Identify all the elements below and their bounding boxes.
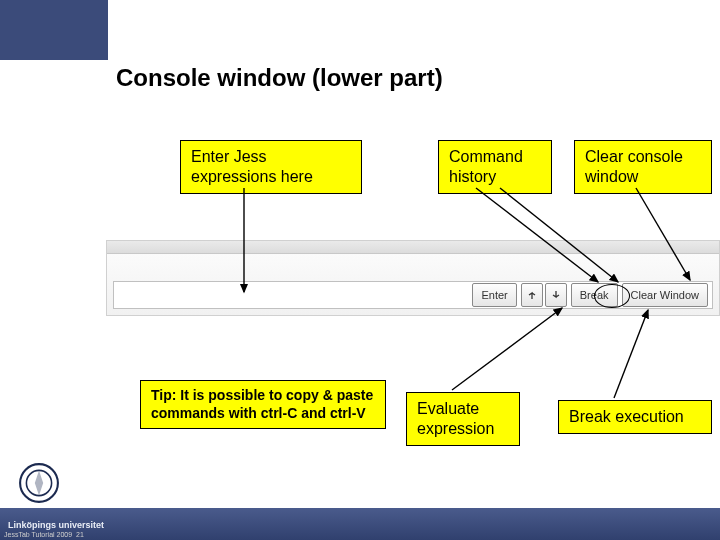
callout-copy-paste-tip: Tip: It is possible to copy & paste comm…	[140, 380, 386, 429]
callout-enter-expressions: Enter Jess expressions here	[180, 140, 362, 194]
callout-evaluate-expression: Evaluate expression	[406, 392, 520, 446]
history-highlight-ellipse	[594, 284, 630, 308]
history-button-group	[521, 283, 567, 307]
history-next-button[interactable]	[545, 283, 567, 307]
button-label: Clear Window	[631, 289, 699, 301]
callout-command-history: Command history	[438, 140, 552, 194]
enter-button[interactable]: Enter	[472, 283, 516, 307]
history-prev-button[interactable]	[521, 283, 543, 307]
header-accent-block	[0, 0, 108, 60]
console-screenshot: Enter Break Clear Window	[106, 240, 720, 316]
svg-line-4	[452, 308, 562, 390]
footer-source: JessTab Tutorial 2009	[4, 531, 72, 538]
svg-line-5	[614, 310, 648, 398]
arrow-up-left-icon	[526, 289, 538, 301]
university-name: Linköpings universitet	[8, 520, 104, 530]
arrow-down-right-icon	[550, 289, 562, 301]
clear-window-button[interactable]: Clear Window	[622, 283, 708, 307]
university-seal-icon	[18, 462, 60, 504]
footer-bar: Linköpings universitet	[0, 508, 720, 540]
footer-page-number: 21	[76, 531, 84, 538]
button-label: Enter	[481, 289, 507, 301]
slide-title: Console window (lower part)	[116, 64, 443, 92]
callout-break-execution: Break execution	[558, 400, 712, 434]
callout-clear-console: Clear console window	[574, 140, 712, 194]
